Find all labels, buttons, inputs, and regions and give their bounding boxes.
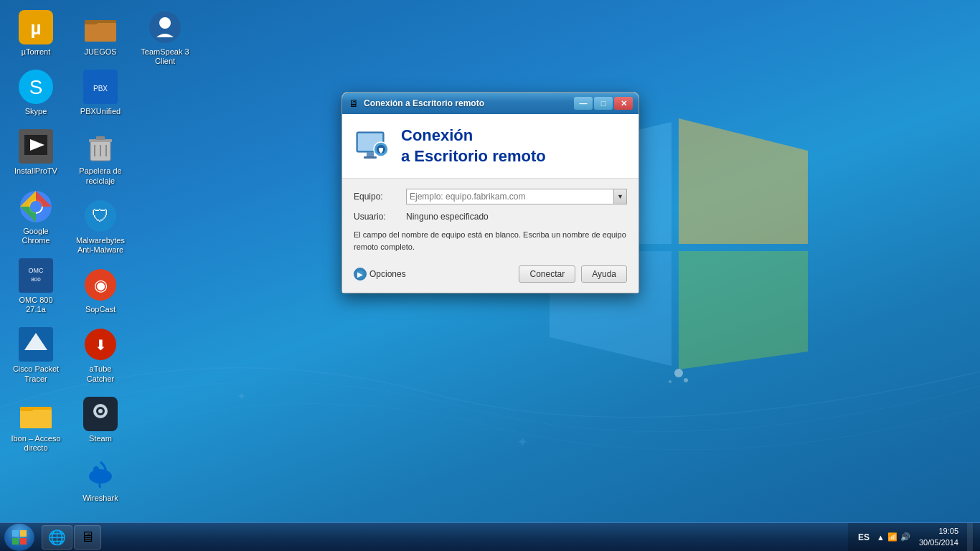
dialog-maximize-button[interactable]: □ [594, 97, 613, 110]
desktop-icon-teamspeak[interactable]: TeamSpeak 3 Client [136, 7, 194, 69]
desktop-icon-skype[interactable]: S Skype [7, 67, 65, 119]
clock-date: 30/05/2014 [919, 537, 958, 548]
taskbar-right: ES ▲ 📶 🔊 19:05 30/05/2014 [848, 523, 980, 552]
usuario-value: Ninguno especificado [406, 212, 489, 222]
svg-rect-59 [20, 538, 27, 545]
equipo-label: Equipo: [354, 192, 400, 202]
desktop-icon-trash[interactable]: Papelera de reciclaje [72, 126, 129, 188]
equipo-field: Equipo: ▼ [354, 189, 627, 204]
svg-text:PBX: PBX [93, 85, 108, 93]
svg-point-47 [159, 17, 171, 29]
dialog-title-text: Conexión a Escritorio remoto [364, 98, 570, 108]
desktop-icon-malwarebytes[interactable]: 🛡 Malwarebytes Anti-Malware [72, 196, 129, 258]
desktop-icon-atube[interactable]: ⬇ aTube Catcher [72, 324, 129, 386]
desktop-icon-chrome[interactable]: Google Chrome [7, 187, 65, 248]
tray-arrow[interactable]: ▲ [877, 533, 885, 542]
desktop-icon-utorrent[interactable]: µ µTorrent [7, 7, 65, 60]
desktop-icon-ibon[interactable]: Ibon – Acceso directo [7, 394, 65, 456]
svg-point-14 [30, 201, 42, 212]
taskbar-rdp-icon: 🖥 [80, 529, 95, 545]
svg-text:S: S [29, 76, 43, 98]
equipo-dropdown-button[interactable]: ▼ [614, 189, 627, 204]
dialog-header: Conexión a Escritorio remoto [342, 114, 639, 179]
clock[interactable]: 19:05 30/05/2014 [915, 526, 963, 548]
dialog-close-button[interactable]: ✕ [614, 97, 633, 110]
show-desktop-button[interactable] [967, 523, 973, 552]
svg-rect-50 [367, 152, 374, 156]
desktop-icon-steam[interactable]: Steam [72, 394, 129, 446]
help-button[interactable]: Ayuda [581, 265, 627, 283]
svg-rect-21 [20, 410, 52, 428]
options-label: Opciones [369, 269, 406, 279]
svg-text:🛡: 🛡 [92, 206, 109, 225]
desktop-icon-omc[interactable]: OMC800 OMC 800 27.1a [7, 255, 65, 317]
svg-rect-58 [12, 538, 19, 545]
svg-point-43 [98, 409, 103, 413]
connect-button[interactable]: Conectar [519, 265, 575, 283]
equipo-input[interactable] [406, 189, 614, 204]
svg-point-45 [93, 466, 99, 472]
dialog-header-text: Conexión a Escritorio remoto [401, 126, 546, 166]
dialog-minimize-button[interactable]: — [574, 97, 593, 110]
equipo-input-wrap: ▼ [406, 189, 627, 204]
svg-text:µ: µ [31, 17, 42, 39]
dialog-header-icon [354, 128, 391, 165]
desktop-icon-juegos[interactable]: JUEGOS [72, 7, 129, 60]
svg-rect-15 [19, 258, 53, 293]
language-indicator: ES [855, 532, 872, 542]
desktop-icon-wireshark[interactable]: Wireshark [72, 453, 129, 506]
network-icon: 📶 [887, 532, 897, 542]
desktop-icons-container: µ µTorrent S Skype InstallProTV [7, 7, 179, 509]
svg-rect-22 [20, 407, 33, 411]
taskbar: 🌐 🖥 ES ▲ 📶 🔊 19:05 30/05/2014 [0, 522, 980, 551]
svg-text:✦: ✦ [517, 434, 529, 450]
svg-text:OMC: OMC [29, 267, 44, 274]
svg-rect-57 [20, 530, 27, 537]
svg-text:◉: ◉ [94, 276, 108, 294]
desktop: ✦ ✦ µ µTorrent S Skype InstallProTV [0, 0, 980, 551]
dialog-actions: Conectar Ayuda [519, 265, 627, 283]
clock-time: 19:05 [919, 526, 958, 537]
desktop-icon-installprotv[interactable]: InstallProTV [7, 126, 65, 179]
system-tray: ▲ 📶 🔊 [877, 532, 910, 542]
svg-rect-51 [364, 156, 377, 159]
dialog-titlebar: 🖥 Conexión a Escritorio remoto — □ ✕ [342, 93, 639, 114]
dialog-footer: ▶ Opciones Conectar Ayuda [354, 261, 627, 283]
svg-rect-25 [85, 20, 98, 24]
usuario-field: Usuario: Ninguno especificado [354, 212, 627, 222]
start-orb [4, 524, 34, 551]
svg-rect-54 [379, 148, 383, 151]
svg-text:800: 800 [31, 276, 41, 283]
dialog-title-icon: 🖥 [348, 98, 359, 109]
dialog-controls: — □ ✕ [574, 97, 633, 110]
svg-text:✦: ✦ [237, 390, 246, 402]
usuario-label: Usuario: [354, 212, 400, 222]
dialog-info-text: El campo del nombre de equipo está en bl… [354, 229, 627, 253]
taskbar-item-rdp[interactable]: 🖥 [74, 525, 101, 550]
dialog-body: Equipo: ▼ Usuario: Ninguno especificado … [342, 179, 639, 293]
desktop-icon-sopcast[interactable]: ◉ SopCast [72, 265, 129, 317]
svg-rect-30 [96, 136, 105, 140]
taskbar-chrome-icon: 🌐 [48, 529, 66, 546]
options-link[interactable]: ▶ Opciones [354, 268, 406, 281]
start-button[interactable] [0, 523, 39, 552]
svg-rect-56 [12, 530, 19, 537]
taskbar-item-chrome[interactable]: 🌐 [42, 525, 72, 550]
taskbar-items: 🌐 🖥 [39, 525, 848, 550]
volume-icon[interactable]: 🔊 [900, 532, 910, 542]
svg-text:⬇: ⬇ [95, 337, 107, 353]
remote-desktop-dialog: 🖥 Conexión a Escritorio remoto — □ ✕ [341, 92, 639, 293]
options-icon: ▶ [354, 268, 367, 281]
desktop-icon-cisco[interactable]: Cisco Packet Tracer [7, 324, 65, 386]
svg-rect-24 [85, 23, 116, 42]
desktop-icon-pbx[interactable]: PBX PBXUnified [72, 67, 129, 119]
